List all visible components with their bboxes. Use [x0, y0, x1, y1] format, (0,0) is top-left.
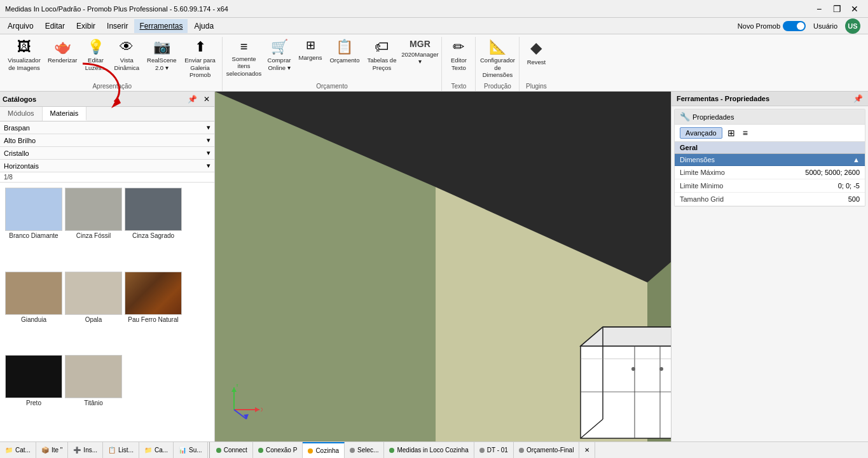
scene-svg — [215, 92, 671, 441]
btn-somente-itens[interactable]: ≡ Somente itensselecionados — [225, 37, 263, 79]
novo-promob-toggle[interactable]: Novo Promob — [738, 21, 806, 31]
ribbon-group-plugins-content: ◆ Revest — [522, 37, 550, 81]
menu-arquivo[interactable]: Arquivo — [3, 19, 39, 33]
dropdown-alto-brilho[interactable]: Alto Brilho ▾ — [0, 134, 214, 147]
material-label-pau-ferro: Pau Ferro Natural — [128, 316, 178, 323]
margens-icon: ⊞ — [306, 39, 315, 53]
dropdown-horizontais[interactable]: Horizontais ▾ — [0, 160, 214, 172]
statusbar-connect[interactable]: Connect — [211, 442, 253, 458]
dims-row-tamanho-grid: Tamanho Grid 500 — [675, 193, 865, 206]
statusbar-cozinha[interactable]: Cozinha — [303, 442, 345, 458]
conexao-dot — [258, 448, 263, 453]
btn-configurador-dimensoes[interactable]: 📐 Configurador deDimensões — [478, 37, 516, 81]
somente-itens-icon: ≡ — [240, 39, 248, 54]
btn-enviar-galeria[interactable]: ⬆ Enviar paraGaleria Promob — [181, 37, 219, 81]
viewport[interactable]: X Y — [215, 92, 671, 441]
menu-ferramentas[interactable]: Ferramentas — [134, 19, 188, 33]
statusbar-cat[interactable]: 📁 Cat... — [0, 442, 36, 458]
svg-rect-32 — [581, 346, 671, 438]
menu-ajuda[interactable]: Ajuda — [189, 19, 219, 33]
maximize-button[interactable]: ❐ — [829, 2, 845, 16]
cozinha-dot — [308, 448, 313, 454]
ribbon-group-orcamento-label: Orçamento — [313, 81, 350, 91]
btn-editar-luzes[interactable]: 💡 EditarLuzes... — [81, 37, 109, 73]
ribbon-group-texto: ✏ EditorTexto Texto — [442, 37, 476, 91]
statusbar-ite[interactable]: 📦 Ite " — [36, 442, 68, 458]
ribbon-group-producao-content: 📐 Configurador deDimensões — [478, 37, 516, 81]
material-branco-diamante[interactable]: Branco Diamante — [5, 188, 62, 269]
statusbar-su[interactable]: 📊 Su... — [174, 442, 208, 458]
usuario-badge[interactable]: US — [845, 18, 860, 34]
statusbar-dt01[interactable]: DT - 01 — [474, 442, 514, 458]
dims-val-2: 500 — [848, 195, 860, 203]
material-cinza-fossil[interactable]: Cinza Fóssil — [65, 188, 122, 269]
btn-visualizador[interactable]: 🖼 Visualizadorde Imagens — [5, 37, 43, 73]
panel-close-button[interactable]: ✕ — [202, 95, 212, 104]
revest-icon: ◆ — [530, 39, 542, 57]
statusbar-list[interactable]: 📋 List... — [103, 442, 139, 458]
medidas-dot — [389, 448, 394, 453]
dims-collapse-icon[interactable]: ▲ — [853, 156, 860, 163]
statusbar-close[interactable]: ✕ — [579, 442, 595, 458]
menu-exibir[interactable]: Exibir — [71, 19, 100, 33]
btn-orcamento[interactable]: 📋 Orçamento — [326, 37, 362, 66]
dropdown-cristallo[interactable]: Cristallo ▾ — [0, 147, 214, 160]
orcamento-dot — [519, 448, 524, 453]
tab-materiais[interactable]: Materiais — [43, 107, 87, 121]
statusbar-selec[interactable]: Selec... — [345, 442, 384, 458]
material-label-titanio: Titânio — [84, 399, 103, 406]
vista-dinamica-icon: 👁 — [120, 39, 134, 55]
btn-margens[interactable]: ⊞ Margens — [296, 37, 326, 63]
menu-bar: Arquivo Editar Exibir Inserir Ferramenta… — [0, 18, 868, 34]
dims-section-header: Dimensões ▲ — [675, 154, 865, 166]
toggle-thumb — [797, 22, 804, 30]
right-panel-title: Ferramentas - Propriedades — [677, 95, 769, 102]
statusbar-ca2[interactable]: 📁 Ca... — [139, 442, 174, 458]
btn-2020manager[interactable]: MGR 2020Manager▾ — [401, 37, 439, 67]
statusbar-conexao-p[interactable]: Conexão P — [253, 442, 303, 458]
minimize-button[interactable]: − — [811, 2, 827, 16]
dims-key-2: Tamanho Grid — [680, 195, 724, 203]
material-label-branco-diamante: Branco Diamante — [9, 232, 58, 239]
editar-luzes-icon: 💡 — [87, 39, 104, 55]
btn-editor-texto[interactable]: ✏ EditorTexto — [444, 37, 472, 73]
grid-view-icon[interactable]: ⊞ — [725, 127, 738, 139]
material-pau-ferro[interactable]: Pau Ferro Natural — [125, 272, 182, 353]
dims-label: Dimensões — [680, 156, 715, 163]
close-statusbar-icon[interactable]: ✕ — [584, 447, 589, 454]
renderizar-icon: 🫖 — [54, 39, 71, 55]
list-view-icon[interactable]: ≡ — [740, 127, 750, 139]
materials-grid: Branco Diamante Cinza Fóssil Cinza Sagra… — [0, 183, 214, 441]
menu-inserir[interactable]: Inserir — [102, 19, 133, 33]
material-opala[interactable]: Opala — [65, 272, 122, 353]
toggle-track[interactable] — [783, 21, 806, 31]
btn-realscene[interactable]: 📷 RealScene2.0 ▾ — [144, 37, 179, 73]
right-panel-header: Ferramentas - Propriedades 📌 — [672, 92, 868, 106]
ribbon-group-apresentacao-label: Apresentação — [90, 81, 134, 91]
btn-vista-dinamica[interactable]: 👁 VistaDinâmica — [111, 37, 142, 73]
dropdown-braspan[interactable]: Braspan ▾ — [0, 121, 214, 134]
insert-icon: ➕ — [73, 447, 81, 454]
tab-modulos[interactable]: Módulos — [0, 107, 43, 121]
panel-pin-button[interactable]: 📌 — [186, 95, 199, 104]
right-panel: Ferramentas - Propriedades 📌 🔧 Proprieda… — [671, 92, 868, 441]
btn-tabelas-precos[interactable]: 🏷 Tabelas dePreços — [364, 37, 399, 73]
statusbar-ins[interactable]: ➕ Ins... — [68, 442, 103, 458]
btn-revest[interactable]: ◆ Revest — [522, 37, 550, 67]
novo-promob-label: Novo Promob — [738, 22, 780, 30]
material-gianduia[interactable]: Gianduia — [5, 272, 62, 353]
avancado-button[interactable]: Avançado — [680, 127, 722, 139]
close-button[interactable]: ✕ — [846, 2, 863, 16]
material-cinza-sagrado[interactable]: Cinza Sagrado — [125, 188, 182, 269]
btn-renderizar[interactable]: 🫖 Renderizar — [45, 37, 80, 66]
ribbon-group-producao: 📐 Configurador deDimensões Produção — [476, 37, 520, 91]
material-label-preto: Preto — [26, 399, 41, 406]
material-titanio[interactable]: Titânio — [65, 355, 122, 436]
btn-comprar-online[interactable]: 🛒 ComprarOnline ▾ — [265, 37, 294, 73]
statusbar-medidas[interactable]: Medidas in Loco Cozinha — [384, 442, 474, 458]
menu-editar[interactable]: Editar — [40, 19, 70, 33]
material-preto[interactable]: Preto — [5, 355, 62, 436]
statusbar-orcamento-final[interactable]: Orçamento-Final — [514, 442, 579, 458]
su-icon: 📊 — [179, 447, 186, 454]
comprar-online-icon: 🛒 — [271, 39, 288, 55]
